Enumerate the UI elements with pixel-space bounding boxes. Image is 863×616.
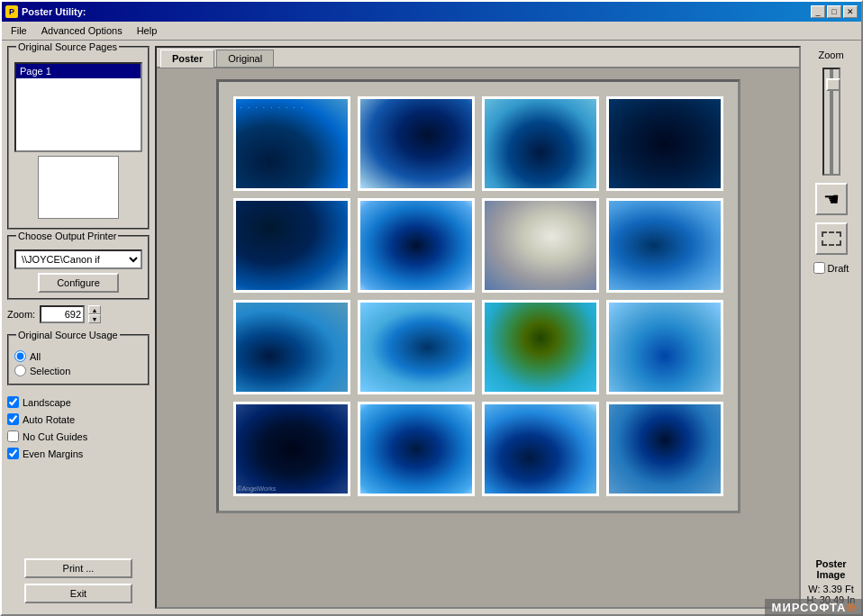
zoom-spinner: ▲ ▼ — [88, 305, 101, 323]
checkbox-landscape[interactable]: Landscape — [7, 396, 150, 408]
poster-cell-img-4 — [609, 99, 721, 188]
zoom-up-button[interactable]: ▲ — [88, 305, 101, 314]
watermark-bar: МИРСОФТА® — [765, 599, 863, 616]
poster-cell-3 — [482, 96, 599, 191]
tabs-bar: Poster Original — [157, 48, 799, 68]
poster-cell-img-15 — [485, 404, 596, 494]
maximize-button[interactable]: □ — [827, 5, 841, 18]
minimize-button[interactable]: _ — [811, 5, 825, 18]
menu-bar: File Advanced Options Help — [2, 22, 861, 41]
checkbox-even-margins[interactable]: Even Margins — [7, 448, 150, 459]
watermark-text: МИРСОФТА — [772, 601, 847, 614]
title-bar: P Poster Utility: _ □ ✕ — [2, 2, 861, 22]
checkbox-no-cut-guides[interactable]: No Cut Guides — [7, 430, 150, 442]
configure-button[interactable]: Configure — [38, 273, 119, 293]
poster-cell-9 — [233, 300, 350, 394]
poster-image-label: Poster Image — [806, 558, 856, 580]
cell-watermark: ©AngelWorks — [238, 485, 277, 492]
poster-cell-16 — [606, 402, 723, 496]
printer-select[interactable]: \\JOYCE\Canon if — [14, 249, 142, 269]
poster-cell-5 — [233, 198, 350, 293]
draft-label: Draft — [828, 263, 849, 274]
window-title: Poster Utility: — [22, 6, 86, 17]
no-cut-guides-checkbox[interactable] — [7, 430, 19, 442]
checkboxes-section: Landscape Auto Rotate No Cut Guides Even… — [7, 391, 150, 465]
even-margins-checkbox[interactable] — [7, 448, 19, 459]
poster-cell-img-13 — [236, 404, 348, 494]
bottom-buttons: Print ... Exit — [7, 553, 150, 609]
poster-cell-14 — [358, 402, 475, 496]
poster-cell-4 — [606, 96, 723, 191]
zoom-right-label: Zoom — [818, 50, 843, 60]
watermark-dot: ® — [846, 601, 856, 614]
center-panel: Poster Original — [155, 46, 801, 609]
poster-cell-15 — [482, 402, 599, 496]
zoom-down-button[interactable]: ▼ — [88, 314, 101, 323]
source-usage-group: Original Source Usage All Selection — [7, 334, 150, 385]
source-usage-radios: All Selection — [14, 349, 142, 378]
poster-cell-8 — [606, 198, 723, 293]
poster-cell-img-2 — [360, 99, 472, 188]
poster-grid: ©AngelWorks — [216, 79, 740, 513]
hand-icon: ☚ — [823, 188, 840, 210]
landscape-checkbox[interactable] — [7, 396, 19, 408]
source-pages-label: Original Source Pages — [16, 41, 119, 52]
source-usage-label: Original Source Usage — [16, 330, 120, 340]
poster-width: W: 3.39 Ft — [806, 584, 856, 594]
output-printer-group: Choose Output Printer \\JOYCE\Canon if C… — [7, 235, 150, 300]
app-icon: P — [5, 5, 18, 18]
radio-all-input[interactable] — [14, 350, 26, 362]
poster-cell-img-3 — [485, 99, 596, 188]
auto-rotate-checkbox[interactable] — [7, 413, 19, 425]
select-tool-button[interactable] — [815, 222, 848, 255]
zoom-label: Zoom: — [7, 309, 36, 320]
tab-poster[interactable]: Poster — [160, 50, 214, 68]
draft-row: Draft — [813, 262, 849, 274]
poster-cell-img-16 — [609, 404, 721, 494]
checkbox-auto-rotate[interactable]: Auto Rotate — [7, 413, 150, 425]
poster-cell-2 — [358, 96, 475, 191]
left-panel: Original Source Pages Page 1 Choose Outp… — [7, 46, 150, 609]
title-bar-left: P Poster Utility: — [5, 5, 86, 18]
poster-cell-img-6 — [360, 201, 472, 290]
zoom-slider[interactable] — [822, 68, 840, 176]
select-icon — [822, 231, 841, 246]
exit-button[interactable]: Exit — [24, 584, 132, 603]
poster-cell-12 — [606, 300, 723, 394]
radio-all[interactable]: All — [14, 350, 142, 362]
draft-checkbox[interactable] — [813, 262, 825, 274]
zoom-row: Zoom: ▲ ▼ — [7, 305, 150, 323]
radio-selection-input[interactable] — [14, 365, 26, 376]
zoom-slider-thumb[interactable] — [826, 78, 840, 91]
menu-advanced-options[interactable]: Advanced Options — [36, 23, 128, 38]
main-content: Original Source Pages Page 1 Choose Outp… — [2, 41, 861, 614]
poster-cell-6 — [358, 198, 475, 293]
poster-cell-img-14 — [360, 404, 472, 494]
poster-cell-img-10 — [360, 303, 472, 392]
title-bar-buttons: _ □ ✕ — [811, 5, 858, 18]
poster-cell-7 — [482, 198, 599, 293]
page-item[interactable]: Page 1 — [16, 64, 141, 78]
radio-selection[interactable]: Selection — [14, 365, 142, 376]
menu-help[interactable]: Help — [132, 23, 163, 38]
poster-cell-img-1 — [236, 99, 348, 188]
poster-cell-img-5 — [236, 201, 348, 290]
close-button[interactable]: ✕ — [843, 5, 858, 18]
poster-cell-img-9 — [236, 303, 348, 392]
poster-cell-11 — [482, 300, 599, 394]
output-printer-label: Choose Output Printer — [16, 231, 118, 241]
print-button[interactable]: Print ... — [24, 558, 132, 578]
poster-cell-13: ©AngelWorks — [233, 402, 350, 496]
menu-file[interactable]: File — [5, 23, 32, 38]
poster-cell-img-11 — [485, 303, 596, 392]
tab-original[interactable]: Original — [216, 50, 274, 67]
main-window: P Poster Utility: _ □ ✕ File Advanced Op… — [0, 0, 863, 616]
poster-area[interactable]: ©AngelWorks — [157, 68, 799, 607]
page-thumbnail — [38, 156, 119, 219]
poster-cell-10 — [358, 300, 475, 394]
hand-tool-button[interactable]: ☚ — [815, 183, 848, 215]
zoom-input[interactable] — [40, 305, 85, 323]
poster-cell-img-7 — [485, 201, 596, 290]
pages-list[interactable]: Page 1 — [14, 62, 142, 152]
poster-cell-img-12 — [609, 303, 721, 392]
